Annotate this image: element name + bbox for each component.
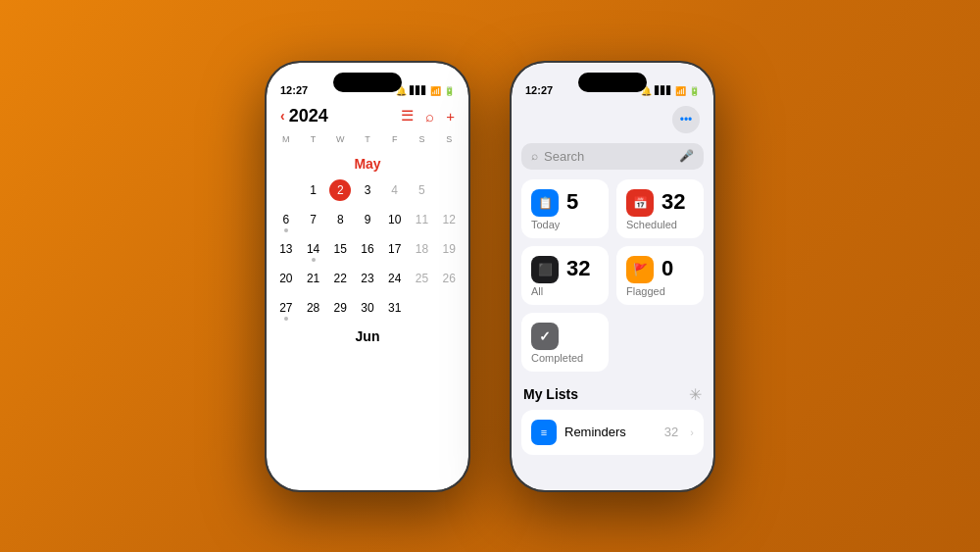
add-event-icon[interactable]: + [446,108,455,125]
search-bar[interactable]: ⌕ Search 🎤 [521,143,704,170]
cal-day-17[interactable]: 17 [381,234,409,264]
chevron-right-icon: › [690,427,694,438]
loading-spinner-icon: ✳ [689,385,702,404]
cal-day-24[interactable]: 24 [381,264,409,293]
smart-lists-grid: 📋 5 Today 📅 32 Scheduled [512,179,713,372]
weekday-wed: W [326,132,354,146]
smart-card-today[interactable]: 📋 5 Today [521,179,609,238]
cal-day-28[interactable]: 28 [300,293,327,323]
all-icon-symbol: ⬛ [538,263,553,276]
today-icon: 📋 [531,189,559,217]
wifi-icon: 📶 [430,86,441,96]
wifi-icon-2: 📶 [675,86,686,96]
battery-icon: 🔋 [444,86,455,96]
microphone-icon[interactable]: 🎤 [679,149,694,163]
all-icon: ⬛ [531,256,559,283]
cal-day-5[interactable]: 5 [409,176,436,205]
cal-day-7[interactable]: 7 [300,205,327,234]
cal-day-13[interactable]: 13 [272,234,300,264]
cal-day-16[interactable]: 16 [354,234,381,264]
my-lists-title: My Lists [523,386,578,402]
year-display[interactable]: ‹ 2024 [280,106,328,126]
cal-day-3[interactable]: 3 [354,176,381,205]
completed-icon-symbol: ✓ [539,328,551,344]
cal-day-25[interactable]: 25 [409,264,436,293]
reminders-list-count: 32 [664,425,678,439]
calendar-grid: 1 2 3 4 5 6 7 8 9 10 11 12 13 14 15 16 1… [267,176,468,323]
reminders-list-item[interactable]: ≡ Reminders 32 › [521,410,704,455]
reminders-list-name: Reminders [564,425,657,439]
back-chevron-icon[interactable]: ‹ [280,108,285,124]
cal-day-9[interactable]: 9 [354,205,381,234]
cal-day-22[interactable]: 22 [326,264,354,293]
cal-day-30[interactable]: 30 [354,293,381,323]
smart-card-flagged[interactable]: 🚩 0 Flagged [616,246,704,305]
cal-day-12[interactable]: 12 [435,205,463,234]
reminders-list-icon: ≡ [531,420,557,445]
search-placeholder: Search [544,149,584,164]
all-count: 32 [566,256,590,281]
view-toggle-icon[interactable]: ☰ [401,107,414,125]
status-icons-2: 🔔 ▋▋▋ 📶 🔋 [641,86,700,96]
calendar-phone: 12:27 🔔 ▋▋▋ 📶 🔋 ‹ 2024 ☰ ⌕ + M T [265,61,470,492]
smart-card-scheduled[interactable]: 📅 32 Scheduled [616,179,704,238]
all-label: All [531,285,599,297]
search-icon[interactable]: ⌕ [425,108,434,125]
my-lists-header: My Lists ✳ [521,379,704,410]
month-label: May [267,148,468,176]
cal-day-31[interactable]: 31 [381,293,409,323]
calendar-toolbar: ☰ ⌕ + [401,107,455,125]
cal-day-20[interactable]: 20 [272,264,300,293]
smart-card-completed[interactable]: ✓ Completed [521,313,609,372]
cal-day-27[interactable]: 27 [272,293,300,323]
year-label: 2024 [289,106,328,126]
cal-day-21[interactable]: 21 [300,264,327,293]
smart-card-all[interactable]: ⬛ 32 All [521,246,609,305]
search-icon-2: ⌕ [531,149,538,163]
cal-day-18[interactable]: 18 [409,234,436,264]
flagged-label: Flagged [626,285,694,297]
cal-day-empty3 [409,293,436,323]
dynamic-island-2 [578,73,647,92]
weekday-fri: F [381,132,409,146]
cal-day-23[interactable]: 23 [354,264,381,293]
scheduled-icon-symbol: 📅 [633,196,648,210]
time-display: 12:27 [280,84,308,96]
list-icon-symbol: ≡ [541,427,547,438]
scheduled-count: 32 [662,189,685,215]
weekday-sun: S [435,132,463,146]
cal-day-8[interactable]: 8 [326,205,354,234]
time-display-2: 12:27 [525,84,553,96]
weekday-header: M T W T F S S [267,132,468,146]
reminders-screen: 12:27 🔔 ▋▋▋ 📶 🔋 ••• ⌕ Search 🎤 [512,63,713,490]
scheduled-label: Scheduled [626,219,694,230]
weekday-mon: M [272,132,300,146]
cal-day-11[interactable]: 11 [409,205,436,234]
next-month-label: Jun [267,323,468,350]
flagged-icon-symbol: 🚩 [633,263,648,276]
cal-day-6[interactable]: 6 [272,205,300,234]
cal-day-14[interactable]: 14 [300,234,327,264]
reminders-phone: 12:27 🔔 ▋▋▋ 📶 🔋 ••• ⌕ Search 🎤 [510,61,715,492]
completed-label: Completed [531,352,599,364]
cal-day-1[interactable]: 1 [300,176,327,205]
my-lists-section: My Lists ✳ ≡ Reminders 32 › [512,379,713,455]
calendar-screen: 12:27 🔔 ▋▋▋ 📶 🔋 ‹ 2024 ☰ ⌕ + M T [267,63,468,490]
cal-day-empty2 [435,176,463,205]
cal-day-2-today[interactable]: 2 [326,176,354,205]
cal-day-29[interactable]: 29 [326,293,354,323]
weekday-thu: T [354,132,381,146]
today-count: 5 [566,189,578,215]
cal-day-empty4 [435,293,463,323]
status-icons: 🔔 ▋▋▋ 📶 🔋 [396,86,455,96]
flagged-icon: 🚩 [626,256,654,283]
cal-day-26[interactable]: 26 [435,264,463,293]
cal-day-19[interactable]: 19 [435,234,463,264]
cal-day-empty1 [272,176,300,205]
signal-icon-2: ▋▋▋ [655,86,672,95]
cal-day-4[interactable]: 4 [381,176,409,205]
scheduled-icon: 📅 [626,189,654,217]
cal-day-10[interactable]: 10 [381,205,409,234]
cal-day-15[interactable]: 15 [326,234,354,264]
more-options-button[interactable]: ••• [672,106,700,133]
